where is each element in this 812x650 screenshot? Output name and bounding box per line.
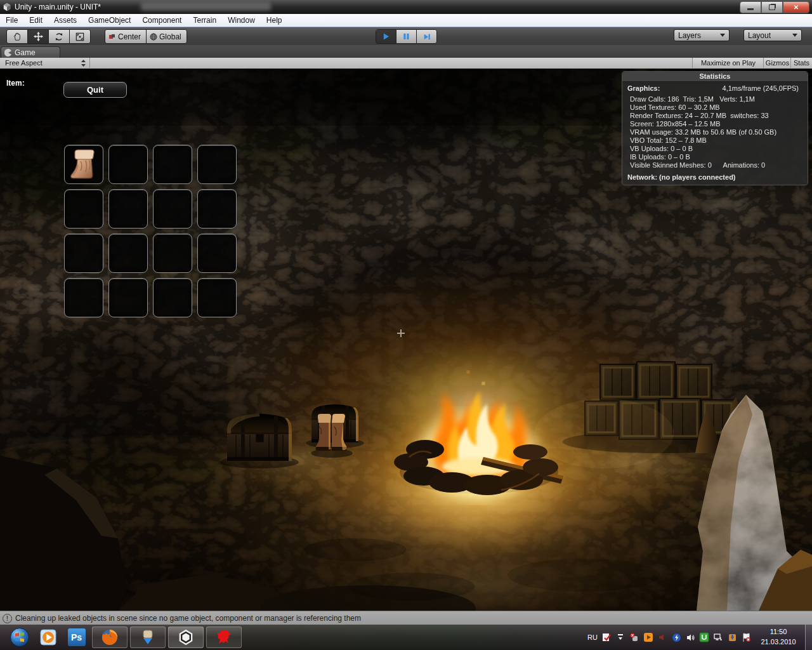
info-icon: ! bbox=[3, 614, 12, 623]
taskbar-clock[interactable]: 11:50 21.03.2010 bbox=[754, 627, 803, 647]
language-indicator[interactable]: RU bbox=[587, 632, 598, 642]
hand-icon bbox=[13, 32, 22, 41]
inventory-slot[interactable] bbox=[108, 278, 148, 317]
menu-help[interactable]: Help bbox=[261, 15, 288, 27]
statistics-panel: Statistics Graphics: 4,1ms/frame (245,0F… bbox=[622, 71, 808, 185]
step-icon bbox=[423, 33, 431, 41]
game-view[interactable]: Item: Quit Statistics Graphics: 4,1ms/fr… bbox=[0, 69, 812, 611]
close-button[interactable]: ✕ bbox=[783, 1, 809, 13]
action-center-flag-icon[interactable] bbox=[741, 632, 751, 642]
inventory-slot[interactable] bbox=[64, 234, 103, 273]
global-space-button[interactable]: Global bbox=[147, 30, 187, 43]
punto-switcher-icon[interactable] bbox=[671, 632, 681, 642]
utorrent-icon[interactable] bbox=[699, 632, 709, 642]
statistics-title: Statistics bbox=[622, 72, 808, 82]
inventory-slot[interactable] bbox=[197, 189, 237, 229]
photoshop-icon: Ps bbox=[68, 628, 86, 646]
quit-button[interactable]: Quit bbox=[63, 82, 127, 98]
network-status: Network: (no players connected) bbox=[622, 169, 808, 185]
menu-assets[interactable]: Assets bbox=[48, 15, 82, 27]
taskbar-unity[interactable] bbox=[168, 627, 204, 648]
start-button[interactable] bbox=[5, 625, 34, 650]
safely-remove-icon[interactable] bbox=[629, 632, 639, 642]
show-desktop-button[interactable] bbox=[805, 625, 812, 650]
firefox-icon bbox=[100, 628, 119, 647]
boots-item-icon bbox=[67, 148, 100, 181]
inventory-slot[interactable] bbox=[197, 278, 237, 317]
minimize-button[interactable] bbox=[740, 1, 761, 13]
play-icon bbox=[382, 32, 390, 41]
unity-app-icon bbox=[3, 3, 11, 11]
chest-large bbox=[220, 414, 299, 468]
clock-time: 11:50 bbox=[754, 627, 803, 637]
cursor-crosshair bbox=[397, 329, 405, 337]
dropdown-arrows-icon bbox=[81, 60, 86, 67]
inventory-slot[interactable] bbox=[153, 189, 192, 229]
layout-dropdown[interactable]: Layout bbox=[743, 29, 802, 41]
menu-component[interactable]: Component bbox=[136, 15, 187, 27]
scale-tool-button[interactable] bbox=[70, 30, 90, 43]
pause-icon bbox=[403, 33, 410, 40]
inventory-slot[interactable] bbox=[153, 234, 192, 273]
maximize-on-play-button[interactable]: Maximize on Play bbox=[692, 58, 764, 68]
restore-button[interactable] bbox=[761, 1, 783, 13]
stat-line: Used Textures: 60 – 30.2 MB bbox=[630, 103, 804, 112]
inventory-slot[interactable] bbox=[153, 278, 192, 317]
graphics-label: Graphics: bbox=[627, 84, 660, 92]
system-tray: RU bbox=[587, 625, 751, 650]
inventory-slot[interactable] bbox=[108, 145, 148, 184]
volume-icon[interactable] bbox=[685, 632, 695, 642]
inventory-slot[interactable] bbox=[108, 234, 148, 273]
inventory-slot[interactable] bbox=[64, 189, 103, 229]
title-bar[interactable]: Unity - main.unity - UNIT* ✕ bbox=[0, 0, 812, 15]
game-view-toolbar: Free Aspect Maximize on Play Gizmos Stat… bbox=[0, 58, 812, 69]
inventory-slot[interactable] bbox=[64, 278, 103, 317]
globe-icon bbox=[150, 33, 157, 41]
taskbar-download-manager[interactable] bbox=[130, 627, 166, 648]
layers-dropdown[interactable]: Layers bbox=[674, 29, 730, 41]
clock-date: 21.03.2010 bbox=[754, 637, 803, 647]
stats-button[interactable]: Stats bbox=[790, 58, 812, 68]
move-tool-button[interactable] bbox=[28, 30, 49, 43]
player-tray-icon[interactable] bbox=[643, 632, 653, 642]
taskbar-firefox[interactable] bbox=[92, 627, 128, 648]
pause-button[interactable] bbox=[396, 30, 417, 43]
menu-gameobject[interactable]: GameObject bbox=[82, 15, 136, 27]
volume-mixer-icon[interactable] bbox=[657, 632, 667, 642]
inventory-slot[interactable] bbox=[153, 145, 192, 184]
inventory-slot[interactable] bbox=[108, 189, 148, 229]
menu-file[interactable]: File bbox=[0, 15, 23, 27]
hand-tool-button[interactable] bbox=[7, 30, 28, 43]
stat-line: Render Textures: 24 – 20.7 MB switches: … bbox=[630, 112, 804, 120]
frame-time-value: 4,1ms/frame (245,0FPS) bbox=[723, 84, 799, 92]
taskbar-game-app[interactable] bbox=[206, 627, 242, 648]
status-bar[interactable]: ! Cleaning up leaked objects in scene si… bbox=[0, 611, 812, 625]
unity-window: Unity - main.unity - UNIT* ✕ File Edit A… bbox=[0, 0, 812, 650]
taskbar: Ps bbox=[0, 625, 812, 650]
menu-terrain[interactable]: Terrain bbox=[187, 15, 222, 27]
taskbar-photoshop[interactable]: Ps bbox=[62, 625, 91, 650]
spelling-icon[interactable] bbox=[601, 632, 612, 642]
center-pivot-icon bbox=[108, 33, 116, 41]
pivot-center-button[interactable]: Center bbox=[105, 30, 147, 43]
gizmos-button[interactable]: Gizmos bbox=[763, 58, 791, 68]
menu-window[interactable]: Window bbox=[222, 15, 261, 27]
game-view-tab[interactable]: Game bbox=[1, 46, 60, 58]
play-button[interactable] bbox=[376, 30, 396, 43]
inventory-slot[interactable] bbox=[197, 234, 237, 273]
step-button[interactable] bbox=[417, 30, 436, 43]
inventory-grid bbox=[64, 145, 242, 317]
rotate-tool-button[interactable] bbox=[49, 30, 70, 43]
aspect-dropdown[interactable]: Free Aspect bbox=[0, 58, 90, 68]
stat-line: VRAM usage: 33.2 MB to 50.6 MB (of 0.50 … bbox=[630, 128, 804, 136]
menu-edit[interactable]: Edit bbox=[23, 15, 48, 27]
stat-line: Screen: 1280x854 – 12.5 MB bbox=[630, 120, 804, 128]
inventory-slot[interactable] bbox=[64, 145, 103, 184]
stat-line: Draw Calls: 186 Tris: 1,5M Verts: 1,1M bbox=[630, 95, 804, 103]
update-icon[interactable] bbox=[727, 632, 737, 642]
game-view-icon bbox=[4, 49, 12, 56]
taskbar-media-player[interactable] bbox=[34, 625, 62, 650]
network-icon[interactable] bbox=[713, 632, 723, 642]
show-hidden-icons-button[interactable] bbox=[615, 632, 625, 642]
inventory-slot[interactable] bbox=[197, 145, 237, 184]
